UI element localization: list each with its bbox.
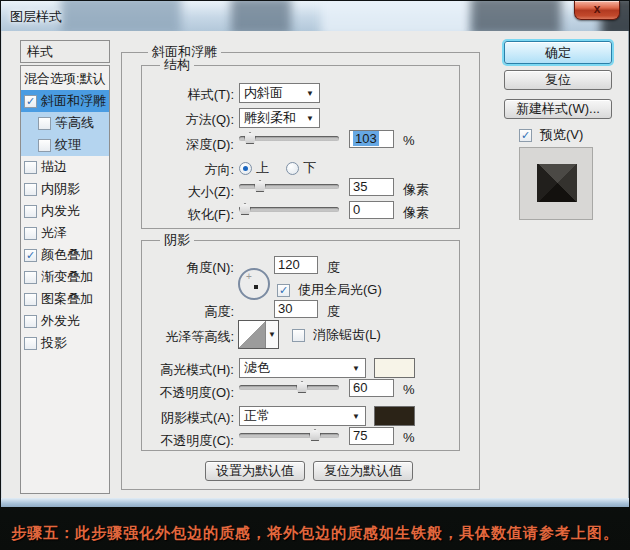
- anti-alias-checkbox[interactable]: 消除锯齿(L): [292, 326, 381, 344]
- sidebar-item-label: 纹理: [55, 136, 81, 154]
- angle-center-dot: [254, 285, 258, 289]
- slider-thumb[interactable]: [244, 132, 256, 144]
- structure-group-label: 结构: [160, 58, 194, 72]
- preview-checkbox[interactable]: ✓ 预览(V): [519, 126, 583, 144]
- opacity1-value: 60: [353, 380, 367, 395]
- depth-input[interactable]: 103: [349, 130, 394, 148]
- checkbox-icon[interactable]: [24, 227, 37, 240]
- checkbox-icon[interactable]: ✓: [24, 249, 37, 262]
- soften-slider[interactable]: [239, 203, 339, 216]
- sidebar-item-label: 内发光: [41, 202, 80, 220]
- slider-thumb[interactable]: [254, 180, 266, 192]
- sidebar-item-outer-glow[interactable]: 外发光: [21, 310, 109, 332]
- style-select[interactable]: 内斜面 ▼: [239, 83, 320, 103]
- checkbox-icon[interactable]: ✓: [277, 284, 290, 297]
- highlight-opacity-input[interactable]: 60: [349, 379, 394, 397]
- sidebar-item-inner-glow[interactable]: 内发光: [21, 200, 109, 222]
- slider-track[interactable]: [239, 184, 339, 189]
- checkbox-icon[interactable]: [24, 161, 37, 174]
- angle-input[interactable]: 120: [274, 256, 318, 274]
- checkbox-icon[interactable]: [24, 293, 37, 306]
- sidebar-item-texture[interactable]: 纹理: [21, 134, 109, 156]
- sidebar-item-color-overlay[interactable]: ✓ 颜色叠加: [21, 244, 109, 266]
- new-style-button[interactable]: 新建样式(W)...: [504, 99, 612, 119]
- direction-down-label: 下: [303, 159, 316, 177]
- sidebar-item-bevel-emboss[interactable]: ✓ 斜面和浮雕: [21, 90, 109, 112]
- technique-select-value: 雕刻柔和: [244, 109, 306, 127]
- window-title: 图层样式: [10, 8, 62, 26]
- ok-button[interactable]: 确定: [504, 41, 612, 64]
- close-button[interactable]: x: [574, 1, 620, 20]
- size-slider[interactable]: [239, 180, 339, 193]
- shadow-mode-label: 阴影模式(A):: [120, 409, 234, 427]
- checkbox-icon[interactable]: [24, 183, 37, 196]
- sidebar-item-label: 渐变叠加: [41, 268, 93, 286]
- radio-icon[interactable]: [286, 162, 299, 175]
- sidebar-item-pattern-overlay[interactable]: 图案叠加: [21, 288, 109, 310]
- checkbox-icon[interactable]: [292, 329, 305, 342]
- contour-thumbnail: [239, 321, 266, 348]
- angle-label: 角度(N):: [120, 259, 234, 277]
- slider-thumb[interactable]: [239, 203, 251, 215]
- sidebar-item-label: 描边: [41, 158, 67, 176]
- checkbox-icon[interactable]: [38, 117, 51, 130]
- size-label: 大小(Z):: [120, 183, 234, 201]
- checkbox-icon[interactable]: [38, 139, 51, 152]
- depth-slider[interactable]: [239, 132, 339, 145]
- sidebar-item-satin[interactable]: 光泽: [21, 222, 109, 244]
- direction-label: 方向:: [120, 161, 234, 179]
- slider-track[interactable]: [239, 433, 339, 438]
- altitude-input[interactable]: 30: [274, 300, 318, 318]
- opacity2-label: 不透明度(C):: [120, 432, 234, 450]
- chevron-down-icon: ▼: [306, 89, 315, 98]
- radio-icon[interactable]: [239, 162, 252, 175]
- shadow-color-swatch[interactable]: [374, 406, 415, 426]
- checkbox-icon[interactable]: [24, 315, 37, 328]
- global-light-checkbox[interactable]: ✓ 使用全局光(G): [277, 281, 382, 299]
- shadow-mode-select[interactable]: 正常 ▼: [239, 406, 366, 426]
- sidebar-item-blending-options[interactable]: 混合选项:默认: [21, 68, 109, 90]
- sidebar-item-label: 光泽: [41, 224, 67, 242]
- reset-button[interactable]: 复位: [504, 70, 612, 90]
- anti-alias-label: 消除锯齿(L): [313, 326, 381, 344]
- checkbox-icon[interactable]: ✓: [24, 95, 37, 108]
- sidebar-item-drop-shadow[interactable]: 投影: [21, 332, 109, 354]
- slider-thumb[interactable]: [296, 381, 308, 393]
- technique-select[interactable]: 雕刻柔和 ▼: [239, 108, 320, 128]
- checkbox-icon[interactable]: [24, 205, 37, 218]
- sidebar-item-label: 内阴影: [41, 180, 80, 198]
- direction-down-radio[interactable]: 下: [286, 159, 316, 177]
- angle-dial[interactable]: +: [238, 268, 270, 300]
- highlight-color-swatch[interactable]: [374, 358, 415, 378]
- angle-value: 120: [278, 257, 300, 272]
- checkbox-icon[interactable]: ✓: [519, 129, 532, 142]
- sidebar-item-stroke[interactable]: 描边: [21, 156, 109, 178]
- sidebar-item-label: 图案叠加: [41, 290, 93, 308]
- checkbox-icon[interactable]: [24, 337, 37, 350]
- sidebar-item-inner-shadow[interactable]: 内阴影: [21, 178, 109, 200]
- title-bar[interactable]: 图层样式: [1, 1, 629, 31]
- set-default-button[interactable]: 设置为默认值: [205, 461, 305, 481]
- slider-track[interactable]: [239, 385, 339, 390]
- reset-default-button[interactable]: 复位为默认值: [313, 461, 413, 481]
- soften-input[interactable]: 0: [349, 201, 394, 219]
- sidebar-item-gradient-overlay[interactable]: 渐变叠加: [21, 266, 109, 288]
- slider-track[interactable]: [239, 207, 339, 212]
- technique-label: 方法(Q):: [120, 111, 234, 129]
- sidebar-item-contour[interactable]: 等高线: [21, 112, 109, 134]
- shadow-opacity-input[interactable]: 75: [349, 427, 394, 445]
- size-input[interactable]: 35: [349, 178, 394, 196]
- shadow-opacity-slider[interactable]: [239, 429, 339, 442]
- highlight-mode-select[interactable]: 滤色 ▼: [239, 358, 366, 378]
- direction-up-radio[interactable]: 上: [239, 159, 269, 177]
- highlight-opacity-slider[interactable]: [239, 381, 339, 394]
- angle-unit: 度: [327, 259, 340, 277]
- sidebar-item-label: 斜面和浮雕: [41, 92, 106, 110]
- slider-thumb[interactable]: [309, 429, 321, 441]
- checkbox-icon[interactable]: [24, 271, 37, 284]
- chevron-down-icon: ▼: [352, 364, 361, 373]
- style-select-value: 内斜面: [244, 84, 306, 102]
- chevron-down-icon: ▼: [352, 412, 361, 421]
- altitude-label: 高度:: [120, 303, 234, 321]
- gloss-contour-picker[interactable]: ▼: [238, 320, 279, 349]
